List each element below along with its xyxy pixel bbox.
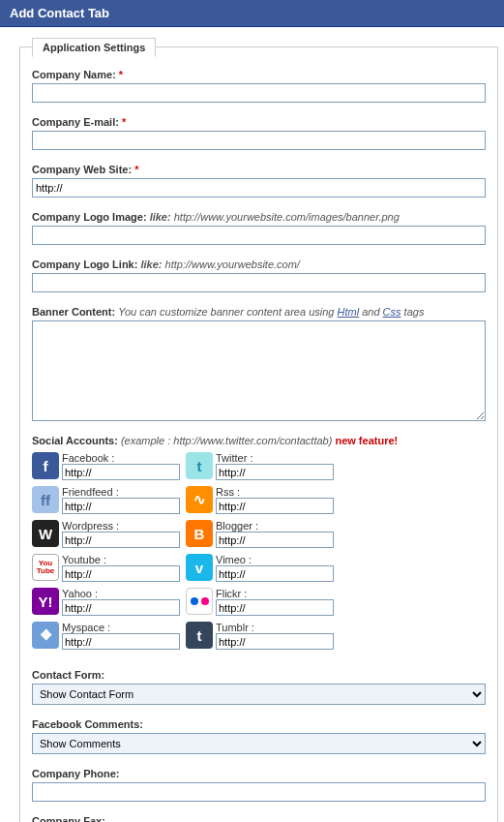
social-fields: Facebook : — [62, 452, 180, 480]
social-cell-youtube: You TubeYoutube : — [32, 554, 180, 582]
required-mark: * — [134, 164, 138, 175]
hint-text: http://www.yourwebsite.com/images/banner… — [174, 211, 400, 223]
input-logo-link[interactable] — [32, 273, 486, 292]
label-tumblr: Tumblr : — [216, 622, 334, 633]
label-yahoo: Yahoo : — [62, 588, 180, 599]
row-company-fax: Company Fax: — [32, 815, 486, 822]
label-company-phone: Company Phone: — [32, 768, 119, 779]
social-cell-wordpress: WWordpress : — [32, 520, 180, 548]
page: Application Settings Company Name: * Com… — [0, 27, 504, 822]
row-social: Social Accounts: (example : http://www.t… — [32, 435, 486, 655]
input-myspace[interactable] — [62, 633, 180, 650]
row-logo-link: Company Logo Link: like: http://www.your… — [32, 259, 486, 292]
social-fields: Vimeo : — [216, 554, 334, 582]
hint-text: You can customize banner content area us… — [118, 306, 337, 318]
label-youtube: Youtube : — [62, 554, 180, 565]
hint-prefix: like: — [150, 211, 171, 223]
social-grid: fFacebook :tTwitter :ffFriendfeed :∿Rss … — [32, 452, 486, 655]
label-flickr: Flickr : — [216, 588, 334, 599]
yahoo-icon: Y! — [32, 588, 59, 615]
select-contact-form[interactable]: Show Contact Form — [32, 684, 486, 705]
wordpress-icon: W — [32, 520, 59, 547]
label-rss: Rss : — [216, 486, 334, 498]
input-company-phone[interactable] — [32, 782, 486, 802]
label-logo-image: Company Logo Image: — [32, 211, 147, 223]
label-contact-form: Contact Form: — [32, 669, 104, 681]
title-bar: Add Contact Tab — [0, 0, 504, 27]
input-friendfeed[interactable] — [62, 498, 180, 514]
input-yahoo[interactable] — [62, 599, 180, 616]
input-logo-image[interactable] — [32, 226, 486, 245]
social-fields: Blogger : — [216, 520, 334, 548]
required-mark: * — [122, 116, 126, 128]
row-banner: Banner Content: You can customize banner… — [32, 306, 486, 421]
input-rss[interactable] — [216, 498, 334, 514]
social-fields: Flickr : — [216, 588, 334, 616]
social-cell-yahoo: Y!Yahoo : — [32, 588, 180, 616]
row-company-phone: Company Phone: — [32, 768, 486, 802]
social-cell-flickr: Flickr : — [186, 588, 334, 616]
vimeo-icon: v — [186, 554, 213, 581]
input-tumblr[interactable] — [216, 633, 334, 650]
input-twitter[interactable] — [216, 464, 334, 480]
myspace-icon: ❖ — [32, 622, 59, 649]
textarea-banner[interactable] — [32, 320, 486, 421]
row-company-name: Company Name: * — [32, 69, 486, 103]
facebook-icon: f — [32, 452, 59, 479]
link-css[interactable]: Css — [383, 306, 401, 318]
social-fields: Myspace : — [62, 622, 180, 650]
hint-text: http://www.yourwebsite.com/ — [165, 259, 300, 270]
input-youtube[interactable] — [62, 565, 180, 582]
label-social: Social Accounts: — [32, 435, 118, 446]
social-cell-vimeo: vVimeo : — [186, 554, 334, 582]
hint-text: tags — [401, 306, 425, 318]
social-cell-tumblr: tTumblr : — [186, 622, 334, 650]
social-fields: Wordpress : — [62, 520, 180, 548]
label-vimeo: Vimeo : — [216, 554, 334, 565]
input-company-name[interactable] — [32, 83, 486, 103]
tumblr-icon: t — [186, 622, 213, 649]
required-mark: * — [119, 69, 123, 80]
row-fb-comments: Facebook Comments: Show Comments — [32, 718, 486, 754]
social-cell-myspace: ❖Myspace : — [32, 622, 180, 650]
input-company-web[interactable] — [32, 178, 486, 198]
select-fb-comments[interactable]: Show Comments — [32, 733, 486, 754]
input-company-email[interactable] — [32, 131, 486, 150]
label-facebook: Facebook : — [62, 452, 180, 464]
social-fields: Yahoo : — [62, 588, 180, 616]
label-fb-comments: Facebook Comments: — [32, 718, 143, 730]
input-wordpress[interactable] — [62, 532, 180, 548]
fieldset-legend: Application Settings — [32, 38, 156, 57]
social-cell-twitter: tTwitter : — [186, 452, 334, 480]
label-friendfeed: Friendfeed : — [62, 486, 180, 498]
label-twitter: Twitter : — [216, 452, 334, 464]
input-vimeo[interactable] — [216, 565, 334, 582]
social-fields: Twitter : — [216, 452, 334, 480]
social-cell-rss: ∿Rss : — [186, 486, 334, 514]
social-cell-facebook: fFacebook : — [32, 452, 180, 480]
label-blogger: Blogger : — [216, 520, 334, 532]
row-contact-form: Contact Form: Show Contact Form — [32, 669, 486, 705]
label-company-email: Company E-mail: — [32, 116, 119, 128]
label-company-name: Company Name: — [32, 69, 116, 80]
label-banner: Banner Content: — [32, 306, 115, 318]
label-wordpress: Wordpress : — [62, 520, 180, 532]
input-flickr[interactable] — [216, 599, 334, 616]
input-blogger[interactable] — [216, 532, 334, 548]
twitter-icon: t — [186, 452, 213, 479]
social-cell-blogger: BBlogger : — [186, 520, 334, 548]
hint-logo-link: like: http://www.yourwebsite.com/ — [140, 259, 299, 270]
hint-prefix: like: — [140, 259, 162, 270]
rss-icon: ∿ — [186, 486, 213, 513]
blogger-icon: B — [186, 520, 213, 547]
link-html[interactable]: Html — [338, 306, 360, 318]
row-logo-image: Company Logo Image: like: http://www.you… — [32, 211, 486, 245]
row-company-web: Company Web Site: * — [32, 164, 486, 198]
hint-social: (example : http://www.twitter.com/contac… — [121, 435, 332, 446]
label-myspace: Myspace : — [62, 622, 180, 633]
social-fields: Youtube : — [62, 554, 180, 582]
label-company-web: Company Web Site: — [32, 164, 132, 175]
label-logo-link: Company Logo Link: — [32, 259, 137, 270]
input-facebook[interactable] — [62, 464, 180, 480]
social-fields: Rss : — [216, 486, 334, 514]
